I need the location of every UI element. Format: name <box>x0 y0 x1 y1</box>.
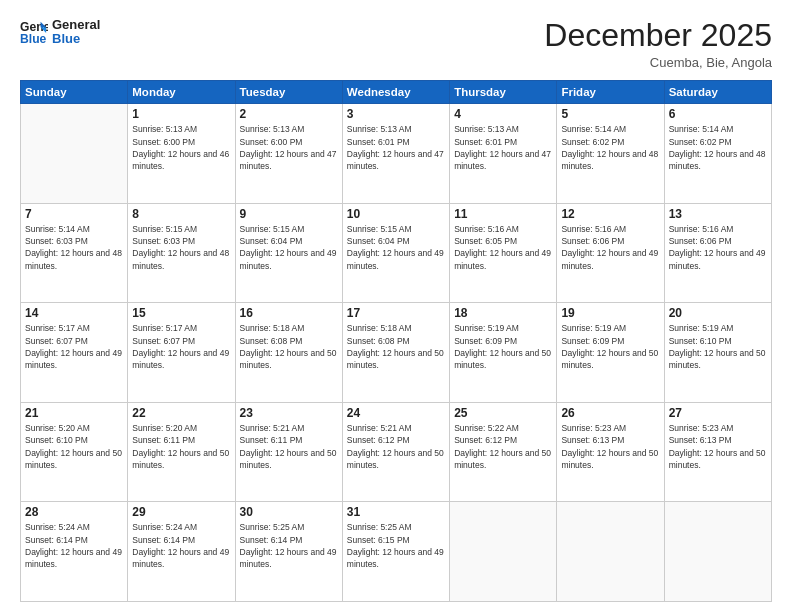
day-detail: Sunrise: 5:13 AMSunset: 6:01 PMDaylight:… <box>347 123 445 172</box>
day-detail: Sunrise: 5:23 AMSunset: 6:13 PMDaylight:… <box>561 422 659 471</box>
day-number: 11 <box>454 207 552 221</box>
weekday-header: Wednesday <box>342 81 449 104</box>
day-number: 24 <box>347 406 445 420</box>
day-detail: Sunrise: 5:20 AMSunset: 6:10 PMDaylight:… <box>25 422 123 471</box>
day-number: 30 <box>240 505 338 519</box>
day-detail: Sunrise: 5:20 AMSunset: 6:11 PMDaylight:… <box>132 422 230 471</box>
calendar-cell: 14Sunrise: 5:17 AMSunset: 6:07 PMDayligh… <box>21 303 128 403</box>
calendar-cell: 16Sunrise: 5:18 AMSunset: 6:08 PMDayligh… <box>235 303 342 403</box>
day-detail: Sunrise: 5:17 AMSunset: 6:07 PMDaylight:… <box>132 322 230 371</box>
day-number: 27 <box>669 406 767 420</box>
calendar-cell: 5Sunrise: 5:14 AMSunset: 6:02 PMDaylight… <box>557 104 664 204</box>
logo: General Blue General Blue <box>20 18 100 47</box>
day-number: 3 <box>347 107 445 121</box>
calendar-cell: 24Sunrise: 5:21 AMSunset: 6:12 PMDayligh… <box>342 402 449 502</box>
logo-icon: General Blue <box>20 18 48 46</box>
calendar-cell: 12Sunrise: 5:16 AMSunset: 6:06 PMDayligh… <box>557 203 664 303</box>
day-detail: Sunrise: 5:15 AMSunset: 6:03 PMDaylight:… <box>132 223 230 272</box>
day-number: 10 <box>347 207 445 221</box>
day-number: 2 <box>240 107 338 121</box>
day-number: 31 <box>347 505 445 519</box>
calendar-week-row: 21Sunrise: 5:20 AMSunset: 6:10 PMDayligh… <box>21 402 772 502</box>
calendar-cell: 30Sunrise: 5:25 AMSunset: 6:14 PMDayligh… <box>235 502 342 602</box>
day-number: 17 <box>347 306 445 320</box>
logo-general: General <box>52 18 100 32</box>
day-detail: Sunrise: 5:19 AMSunset: 6:10 PMDaylight:… <box>669 322 767 371</box>
calendar-cell: 19Sunrise: 5:19 AMSunset: 6:09 PMDayligh… <box>557 303 664 403</box>
day-detail: Sunrise: 5:19 AMSunset: 6:09 PMDaylight:… <box>454 322 552 371</box>
weekday-header: Friday <box>557 81 664 104</box>
calendar-cell: 6Sunrise: 5:14 AMSunset: 6:02 PMDaylight… <box>664 104 771 204</box>
day-detail: Sunrise: 5:13 AMSunset: 6:00 PMDaylight:… <box>240 123 338 172</box>
day-number: 18 <box>454 306 552 320</box>
day-number: 14 <box>25 306 123 320</box>
calendar-cell: 3Sunrise: 5:13 AMSunset: 6:01 PMDaylight… <box>342 104 449 204</box>
day-number: 29 <box>132 505 230 519</box>
calendar-cell <box>664 502 771 602</box>
calendar-cell: 23Sunrise: 5:21 AMSunset: 6:11 PMDayligh… <box>235 402 342 502</box>
day-number: 8 <box>132 207 230 221</box>
header: General Blue General Blue December 2025 … <box>20 18 772 70</box>
calendar-cell: 9Sunrise: 5:15 AMSunset: 6:04 PMDaylight… <box>235 203 342 303</box>
day-number: 16 <box>240 306 338 320</box>
calendar-cell: 10Sunrise: 5:15 AMSunset: 6:04 PMDayligh… <box>342 203 449 303</box>
weekday-header: Sunday <box>21 81 128 104</box>
calendar-cell: 31Sunrise: 5:25 AMSunset: 6:15 PMDayligh… <box>342 502 449 602</box>
day-number: 26 <box>561 406 659 420</box>
day-detail: Sunrise: 5:14 AMSunset: 6:02 PMDaylight:… <box>561 123 659 172</box>
calendar-cell: 20Sunrise: 5:19 AMSunset: 6:10 PMDayligh… <box>664 303 771 403</box>
calendar-cell: 28Sunrise: 5:24 AMSunset: 6:14 PMDayligh… <box>21 502 128 602</box>
calendar-cell: 25Sunrise: 5:22 AMSunset: 6:12 PMDayligh… <box>450 402 557 502</box>
day-number: 28 <box>25 505 123 519</box>
calendar-cell: 7Sunrise: 5:14 AMSunset: 6:03 PMDaylight… <box>21 203 128 303</box>
day-detail: Sunrise: 5:14 AMSunset: 6:03 PMDaylight:… <box>25 223 123 272</box>
calendar-cell <box>21 104 128 204</box>
calendar-cell: 1Sunrise: 5:13 AMSunset: 6:00 PMDaylight… <box>128 104 235 204</box>
calendar-cell: 4Sunrise: 5:13 AMSunset: 6:01 PMDaylight… <box>450 104 557 204</box>
calendar-cell: 26Sunrise: 5:23 AMSunset: 6:13 PMDayligh… <box>557 402 664 502</box>
day-detail: Sunrise: 5:17 AMSunset: 6:07 PMDaylight:… <box>25 322 123 371</box>
weekday-header: Thursday <box>450 81 557 104</box>
calendar-cell: 15Sunrise: 5:17 AMSunset: 6:07 PMDayligh… <box>128 303 235 403</box>
calendar-cell: 18Sunrise: 5:19 AMSunset: 6:09 PMDayligh… <box>450 303 557 403</box>
day-detail: Sunrise: 5:25 AMSunset: 6:15 PMDaylight:… <box>347 521 445 570</box>
calendar-cell: 29Sunrise: 5:24 AMSunset: 6:14 PMDayligh… <box>128 502 235 602</box>
day-detail: Sunrise: 5:16 AMSunset: 6:06 PMDaylight:… <box>669 223 767 272</box>
weekday-header: Tuesday <box>235 81 342 104</box>
day-detail: Sunrise: 5:23 AMSunset: 6:13 PMDaylight:… <box>669 422 767 471</box>
day-detail: Sunrise: 5:18 AMSunset: 6:08 PMDaylight:… <box>240 322 338 371</box>
day-detail: Sunrise: 5:15 AMSunset: 6:04 PMDaylight:… <box>240 223 338 272</box>
day-number: 12 <box>561 207 659 221</box>
calendar-cell: 27Sunrise: 5:23 AMSunset: 6:13 PMDayligh… <box>664 402 771 502</box>
calendar-cell: 13Sunrise: 5:16 AMSunset: 6:06 PMDayligh… <box>664 203 771 303</box>
day-number: 6 <box>669 107 767 121</box>
calendar-cell: 2Sunrise: 5:13 AMSunset: 6:00 PMDaylight… <box>235 104 342 204</box>
calendar-cell: 22Sunrise: 5:20 AMSunset: 6:11 PMDayligh… <box>128 402 235 502</box>
day-number: 4 <box>454 107 552 121</box>
calendar-cell: 8Sunrise: 5:15 AMSunset: 6:03 PMDaylight… <box>128 203 235 303</box>
calendar-week-row: 7Sunrise: 5:14 AMSunset: 6:03 PMDaylight… <box>21 203 772 303</box>
day-detail: Sunrise: 5:21 AMSunset: 6:11 PMDaylight:… <box>240 422 338 471</box>
calendar-cell: 11Sunrise: 5:16 AMSunset: 6:05 PMDayligh… <box>450 203 557 303</box>
day-number: 7 <box>25 207 123 221</box>
day-detail: Sunrise: 5:13 AMSunset: 6:01 PMDaylight:… <box>454 123 552 172</box>
day-number: 13 <box>669 207 767 221</box>
day-detail: Sunrise: 5:18 AMSunset: 6:08 PMDaylight:… <box>347 322 445 371</box>
day-detail: Sunrise: 5:25 AMSunset: 6:14 PMDaylight:… <box>240 521 338 570</box>
calendar-header-row: SundayMondayTuesdayWednesdayThursdayFrid… <box>21 81 772 104</box>
page: General Blue General Blue December 2025 … <box>0 0 792 612</box>
day-number: 22 <box>132 406 230 420</box>
day-detail: Sunrise: 5:14 AMSunset: 6:02 PMDaylight:… <box>669 123 767 172</box>
location: Cuemba, Bie, Angola <box>544 55 772 70</box>
day-number: 1 <box>132 107 230 121</box>
day-detail: Sunrise: 5:21 AMSunset: 6:12 PMDaylight:… <box>347 422 445 471</box>
title-section: December 2025 Cuemba, Bie, Angola <box>544 18 772 70</box>
calendar-cell: 17Sunrise: 5:18 AMSunset: 6:08 PMDayligh… <box>342 303 449 403</box>
svg-text:Blue: Blue <box>20 32 47 46</box>
calendar-week-row: 1Sunrise: 5:13 AMSunset: 6:00 PMDaylight… <box>21 104 772 204</box>
weekday-header: Saturday <box>664 81 771 104</box>
calendar-week-row: 14Sunrise: 5:17 AMSunset: 6:07 PMDayligh… <box>21 303 772 403</box>
day-number: 23 <box>240 406 338 420</box>
day-number: 5 <box>561 107 659 121</box>
month-title: December 2025 <box>544 18 772 53</box>
